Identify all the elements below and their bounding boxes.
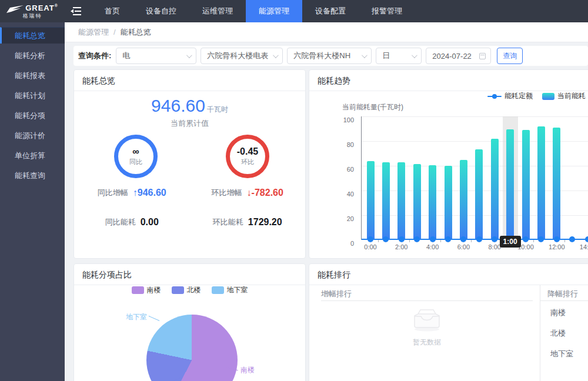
legend-north[interactable]: 北楼 bbox=[172, 285, 201, 295]
pie-label-north: 北楼 bbox=[155, 376, 169, 381]
rank-decrease-title: 降幅排行 bbox=[547, 289, 578, 299]
legend-quota[interactable]: 能耗定额 bbox=[487, 91, 533, 101]
sidebar-item-analysis[interactable]: 能耗分析 bbox=[0, 48, 65, 63]
nav-item-energy[interactable]: 能源管理 bbox=[246, 0, 302, 22]
up-arrow-icon: ↑ bbox=[133, 188, 138, 198]
axis-pointer-tooltip: 1:00 bbox=[500, 236, 521, 248]
nav-item-ops[interactable]: 运维管理 bbox=[189, 0, 246, 22]
legend-basement[interactable]: 地下室 bbox=[212, 285, 248, 295]
y-axis-title: 当前能耗量(千瓦时) bbox=[342, 102, 403, 112]
trend-bar[interactable] bbox=[382, 162, 390, 239]
down-arrow-icon: ↓ bbox=[247, 188, 252, 198]
rank-left-divider bbox=[321, 300, 533, 301]
x-axis-tick bbox=[533, 240, 534, 242]
sidebar-item-unit-convert[interactable]: 单位折算 bbox=[0, 148, 65, 163]
trend-bar[interactable] bbox=[397, 162, 405, 239]
current-total: 946.60千瓦时 bbox=[74, 96, 305, 116]
breadcrumb-current: 能耗总览 bbox=[121, 27, 151, 38]
breadcrumb-parent[interactable]: 能源管理 bbox=[78, 27, 109, 38]
search-button[interactable]: 查询 bbox=[497, 48, 523, 64]
breadcrumb: 能源管理 / 能耗总览 bbox=[65, 22, 588, 42]
y-axis-tick-label: 40 bbox=[332, 190, 354, 198]
trend-bar[interactable] bbox=[553, 128, 560, 239]
trend-legend: 能耗定额 当前能耗 bbox=[487, 91, 586, 101]
trend-bar[interactable] bbox=[429, 165, 436, 239]
pie-label-basement: 地下室 bbox=[126, 312, 147, 322]
sidebar-item-pricing[interactable]: 能源计价 bbox=[0, 128, 65, 143]
nav-item-home[interactable]: 首页 bbox=[92, 0, 133, 22]
quota-dot bbox=[476, 236, 482, 242]
pie-card-title: 能耗分项占比 bbox=[74, 264, 305, 285]
logo-cn-text: 格瑞特 bbox=[23, 12, 42, 20]
overview-card-title: 能耗总览 bbox=[74, 70, 305, 91]
empty-text: 暂无数据 bbox=[400, 337, 453, 347]
pie-card: 能耗分项占比 南楼 北楼 地下室 地下室 南楼 北楼 bbox=[74, 263, 306, 381]
energy-type-select[interactable]: 电 bbox=[116, 48, 196, 64]
mom-energy-label: 环比能耗 bbox=[213, 217, 243, 228]
quota-dot bbox=[383, 236, 389, 242]
trend-bar[interactable] bbox=[445, 166, 452, 239]
sidebar-item-subitem[interactable]: 能耗分项 bbox=[0, 108, 65, 123]
rank-item-north: 北楼 bbox=[550, 328, 566, 339]
x-axis-tick-label: 2:00 bbox=[390, 243, 413, 250]
chevron-down-icon bbox=[186, 52, 192, 58]
quota-dot bbox=[585, 236, 588, 242]
x-axis-tick-label: 14:00 bbox=[576, 243, 588, 250]
rank-item-basement: 地下室 bbox=[550, 349, 573, 359]
nav-item-alarm[interactable]: 报警管理 bbox=[359, 0, 415, 22]
mom-ring-value: -0.45 bbox=[237, 146, 258, 157]
trend-bar[interactable] bbox=[460, 160, 467, 239]
building-select[interactable]: 六院骨科大楼NH bbox=[287, 48, 372, 64]
current-total-value: 946.60 bbox=[151, 96, 205, 115]
period-select[interactable]: 日 bbox=[376, 48, 422, 64]
trend-bar[interactable] bbox=[537, 126, 545, 239]
yoy-energy-value: 0.00 bbox=[141, 217, 159, 228]
y-axis-tick-label: 80 bbox=[332, 141, 354, 148]
overview-card: 能耗总览 946.60千瓦时 当前累计值 ∞ 同比 -0.45 环比 同比增幅 … bbox=[74, 69, 306, 259]
meter-value: 六院骨科大楼电表 bbox=[207, 51, 268, 61]
mom-energy-value: 1729.20 bbox=[248, 217, 282, 228]
legend-south-swatch bbox=[132, 286, 144, 294]
meter-select[interactable]: 六院骨科大楼电表 bbox=[201, 48, 283, 64]
nav-item-device-config[interactable]: 设备配置 bbox=[302, 0, 359, 22]
x-axis-tick bbox=[378, 240, 379, 242]
yoy-ring-value: ∞ bbox=[132, 146, 139, 157]
x-axis-tick-label: 0:00 bbox=[359, 243, 382, 250]
quota-dot bbox=[445, 236, 451, 242]
nav-item-device-auto[interactable]: 设备自控 bbox=[133, 0, 189, 22]
trend-plot-area: 0:002:004:006:008:0010:0012:0014:001:00 bbox=[361, 116, 588, 240]
mom-energy: 环比能耗 1729.20 bbox=[190, 217, 306, 228]
chevron-down-icon bbox=[362, 52, 368, 58]
trend-bar[interactable] bbox=[413, 164, 421, 239]
sidebar-item-query[interactable]: 能耗查询 bbox=[0, 168, 65, 183]
sidebar-item-plan[interactable]: 能耗计划 bbox=[0, 88, 65, 103]
breadcrumb-separator: / bbox=[113, 28, 116, 36]
legend-basement-label: 地下室 bbox=[227, 285, 248, 295]
date-picker[interactable]: 2024-07-22 bbox=[426, 48, 491, 64]
mom-ring: -0.45 环比 bbox=[226, 135, 269, 178]
sidebar: 能耗总览 能耗分析 能耗报表 能耗计划 能耗分项 能源计价 单位折算 能耗查询 bbox=[0, 22, 65, 381]
mom-growth: 环比增幅 ↓-782.60 bbox=[190, 188, 306, 198]
legend-north-swatch bbox=[172, 286, 184, 294]
trend-bar[interactable] bbox=[475, 149, 483, 239]
current-total-label: 当前累计值 bbox=[74, 118, 305, 129]
legend-current[interactable]: 当前能耗 bbox=[542, 91, 586, 101]
chevron-down-icon bbox=[273, 52, 279, 58]
sidebar-item-overview[interactable]: 能耗总览 bbox=[0, 27, 65, 44]
chevron-down-icon bbox=[412, 52, 417, 58]
current-total-unit: 千瓦时 bbox=[207, 105, 228, 113]
calendar-icon bbox=[479, 53, 486, 59]
trend-bar[interactable] bbox=[506, 129, 514, 239]
mom-growth-value: ↓-782.60 bbox=[247, 188, 283, 198]
sidebar-item-report[interactable]: 能耗报表 bbox=[0, 68, 65, 83]
trend-bar[interactable] bbox=[491, 139, 499, 239]
period-value: 日 bbox=[382, 51, 390, 61]
pie-chart[interactable] bbox=[146, 315, 238, 381]
menu-collapse-icon[interactable] bbox=[65, 0, 87, 22]
legend-south[interactable]: 南楼 bbox=[132, 285, 161, 295]
trend-bar[interactable] bbox=[522, 130, 530, 239]
x-axis-tick bbox=[471, 240, 472, 242]
trend-bar[interactable] bbox=[367, 161, 375, 239]
trend-card: 能耗趋势 能耗定额 当前能耗 当前能耗量(千瓦时) 020406080100 0… bbox=[309, 69, 588, 259]
quota-dot bbox=[492, 236, 497, 242]
